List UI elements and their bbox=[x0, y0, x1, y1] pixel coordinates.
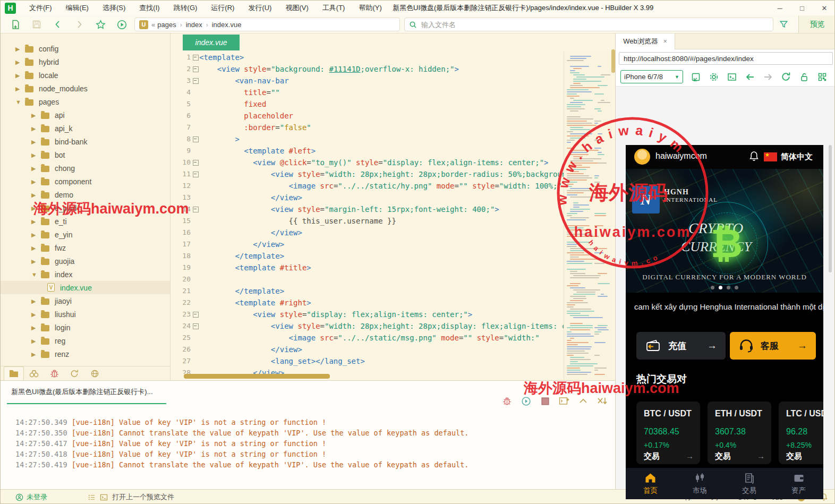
tree-file-index.vue[interactable]: Vindex.vue bbox=[1, 281, 171, 294]
pair-trade-link[interactable]: 交易 bbox=[644, 451, 660, 462]
fold-marker-icon[interactable] bbox=[191, 309, 199, 320]
menu-item-6[interactable]: 发行(U) bbox=[241, 1, 278, 15]
open-last-preview[interactable]: 打开上一个预览文件 bbox=[88, 492, 174, 502]
editor-vertical-scrollbar[interactable] bbox=[611, 49, 615, 73]
fold-marker-icon[interactable] bbox=[191, 320, 199, 332]
editor-horizontal-scrollbar[interactable] bbox=[184, 374, 330, 379]
open-external-icon[interactable] bbox=[690, 71, 701, 82]
tree-folder-jiaoyi[interactable]: ▶jiaoyi bbox=[1, 294, 171, 307]
clear-logs-icon[interactable] bbox=[597, 396, 608, 406]
menu-item-3[interactable]: 查找(I) bbox=[132, 1, 166, 15]
new-terminal-icon[interactable] bbox=[559, 396, 569, 406]
bell-icon[interactable] bbox=[749, 151, 759, 162]
stop-icon[interactable] bbox=[540, 396, 550, 406]
chevron-right-icon[interactable]: ▶ bbox=[31, 205, 36, 212]
fold-marker-icon[interactable] bbox=[191, 133, 199, 145]
editor-tab-index-vue[interactable]: index.vue bbox=[183, 35, 240, 50]
breadcrumb-root-icon[interactable]: « bbox=[151, 21, 155, 29]
carousel-dot-1[interactable] bbox=[719, 286, 722, 289]
menu-item-8[interactable]: 工具(T) bbox=[316, 1, 352, 15]
fold-marker-icon[interactable] bbox=[191, 52, 199, 63]
chevron-right-icon[interactable]: ▶ bbox=[31, 311, 36, 318]
menu-item-1[interactable]: 编辑(E) bbox=[59, 1, 96, 15]
save-icon[interactable] bbox=[29, 17, 44, 32]
file-search-box[interactable] bbox=[404, 18, 773, 31]
menu-item-4[interactable]: 跳转(G) bbox=[167, 1, 205, 15]
login-status[interactable]: 未登录 bbox=[15, 492, 47, 502]
username[interactable]: haiwaiymcom bbox=[655, 151, 707, 161]
tree-folder-hybrid[interactable]: ▶hybrid bbox=[1, 55, 171, 69]
refresh-icon[interactable] bbox=[780, 71, 791, 82]
code-viewport[interactable]: 1<template>2 <view style="background: #1… bbox=[171, 52, 564, 374]
nav-forward-icon[interactable] bbox=[72, 17, 87, 32]
tree-folder-pages[interactable]: ▼pages bbox=[1, 95, 171, 108]
run-icon[interactable] bbox=[114, 17, 129, 32]
tree-folder-bot[interactable]: ▶bot bbox=[1, 148, 171, 161]
menu-item-2[interactable]: 选择(S) bbox=[96, 1, 132, 15]
fold-marker-icon[interactable] bbox=[191, 157, 199, 168]
chevron-right-icon[interactable]: ▶ bbox=[31, 125, 36, 132]
pair-card-eth-usdt[interactable]: ETH / USDT3607.38+0.4%交易→ bbox=[708, 402, 771, 464]
chevron-right-icon[interactable]: ▶ bbox=[31, 232, 36, 238]
breadcrumb-item-pages[interactable]: pages bbox=[157, 21, 176, 29]
tree-folder-e_yin[interactable]: ▶e_yin bbox=[1, 228, 171, 241]
chevron-right-icon[interactable]: ▶ bbox=[31, 112, 36, 119]
carousel-dot-2[interactable] bbox=[727, 286, 730, 289]
web-globe-icon[interactable] bbox=[84, 366, 105, 380]
fold-marker-icon[interactable] bbox=[191, 63, 199, 75]
tree-folder-chong[interactable]: ▶chong bbox=[1, 161, 171, 175]
settings-gear-icon[interactable] bbox=[708, 71, 719, 82]
lock-open-icon[interactable] bbox=[798, 71, 810, 82]
arrow-back-icon[interactable] bbox=[744, 71, 755, 82]
breadcrumb-item-index.vue[interactable]: index.vue bbox=[212, 21, 242, 29]
tree-folder-liushui[interactable]: ▶liushui bbox=[1, 307, 171, 321]
chevron-right-icon[interactable]: ▶ bbox=[15, 59, 20, 66]
chevron-right-icon[interactable]: ▶ bbox=[31, 152, 36, 159]
menu-item-0[interactable]: 文件(F) bbox=[22, 1, 59, 15]
tree-folder-api[interactable]: ▶api bbox=[1, 108, 171, 122]
tree-folder-component[interactable]: ▶component bbox=[1, 175, 171, 188]
menu-item-9[interactable]: 帮助(Y) bbox=[352, 1, 388, 15]
debug-bug-icon[interactable] bbox=[44, 366, 64, 380]
menu-item-7[interactable]: 视图(V) bbox=[278, 1, 315, 15]
chevron-right-icon[interactable]: ▶ bbox=[15, 72, 20, 79]
debug-bug-icon[interactable] bbox=[501, 396, 512, 406]
pair-card-btc-usdt[interactable]: BTC / USDT70368.45+0.17%交易→ bbox=[636, 402, 700, 464]
breadcrumb-item-index[interactable]: index bbox=[186, 21, 202, 29]
tree-folder-guojia[interactable]: ▶guojia bbox=[1, 254, 171, 268]
carousel-dots[interactable] bbox=[626, 286, 823, 289]
tree-folder-e_pwd[interactable]: ▶e_pwd bbox=[1, 201, 171, 215]
nav-item-market-candles[interactable]: 市场 bbox=[675, 468, 725, 499]
chevron-right-icon[interactable]: ▶ bbox=[31, 324, 36, 331]
tree-folder-reg[interactable]: ▶reg bbox=[1, 334, 171, 347]
language-selector[interactable]: 简体中文 bbox=[781, 152, 813, 162]
url-input[interactable]: http://localhost:8080/#/pages/index/inde… bbox=[619, 52, 833, 65]
carousel-dot-0[interactable] bbox=[711, 286, 714, 289]
avatar[interactable] bbox=[634, 149, 650, 165]
files-folder-icon[interactable] bbox=[4, 366, 24, 381]
pair-trade-link[interactable]: 交易 bbox=[786, 451, 802, 462]
chevron-right-icon[interactable]: ▶ bbox=[31, 338, 36, 345]
browser-tab-close-icon[interactable]: × bbox=[663, 38, 667, 45]
tree-folder-bind-bank[interactable]: ▶bind-bank bbox=[1, 135, 171, 148]
chevron-right-icon[interactable]: ▶ bbox=[31, 165, 36, 172]
search-input[interactable] bbox=[420, 20, 769, 29]
tree-folder-api_k[interactable]: ▶api_k bbox=[1, 122, 171, 135]
nav-item-home[interactable]: 首页 bbox=[626, 468, 675, 499]
recharge-button[interactable]: 充值 → bbox=[636, 332, 726, 360]
tree-folder-login[interactable]: ▶login bbox=[1, 321, 171, 334]
breadcrumb[interactable]: U « pages›index›index.vue bbox=[134, 18, 400, 31]
minimize-button[interactable]: ─ bbox=[769, 1, 791, 15]
chevron-right-icon[interactable]: ▶ bbox=[15, 86, 20, 92]
preview-button[interactable]: 预览 bbox=[798, 15, 835, 33]
chevron-right-icon[interactable]: ▶ bbox=[15, 46, 20, 53]
preview-scrollbar[interactable] bbox=[829, 145, 832, 272]
tree-folder-demo[interactable]: ▶demo bbox=[1, 188, 171, 201]
star-icon[interactable] bbox=[93, 17, 108, 32]
chevron-right-icon[interactable]: ▶ bbox=[31, 245, 36, 252]
chevron-right-icon[interactable]: ▶ bbox=[31, 139, 36, 146]
nav-back-icon[interactable] bbox=[50, 17, 65, 32]
arrow-forward-icon[interactable] bbox=[762, 71, 773, 82]
maximize-button[interactable]: □ bbox=[791, 1, 813, 15]
filter-funnel-icon[interactable] bbox=[779, 20, 788, 29]
